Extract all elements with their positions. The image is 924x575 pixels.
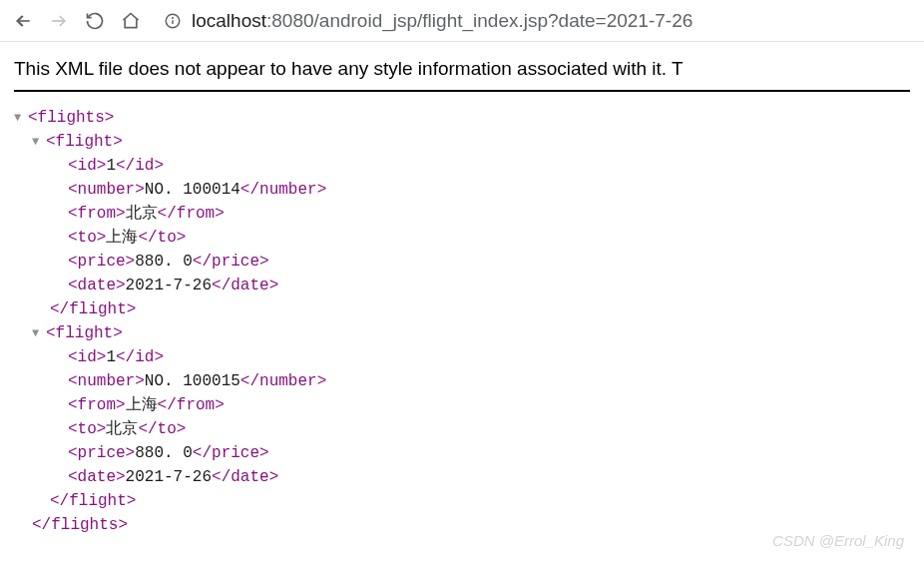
xml-flight-open[interactable]: ▼<flight> bbox=[14, 321, 910, 345]
xml-flight-open[interactable]: ▼<flight> bbox=[14, 130, 910, 154]
xml-flight-close: </flight> bbox=[14, 297, 910, 321]
xml-price: <price>880. 0</price> bbox=[14, 250, 910, 274]
caret-down-icon[interactable]: ▼ bbox=[32, 133, 46, 151]
xml-date: <date>2021-7-26</date> bbox=[14, 274, 910, 297]
caret-down-icon[interactable]: ▼ bbox=[32, 324, 46, 342]
url-host: localhost bbox=[192, 10, 266, 31]
xml-price: <price>880. 0</price> bbox=[14, 441, 910, 465]
page-content: This XML file does not appear to have an… bbox=[0, 42, 924, 553]
xml-from: <from>上海</from> bbox=[14, 393, 910, 417]
caret-down-icon[interactable]: ▼ bbox=[14, 109, 28, 127]
xml-number: <number>NO. 100015</number> bbox=[14, 369, 910, 393]
xml-date: <date>2021-7-26</date> bbox=[14, 465, 910, 489]
browser-toolbar: localhost:8080/android_jsp/flight_index.… bbox=[0, 0, 924, 42]
info-icon bbox=[164, 12, 182, 30]
forward-button[interactable] bbox=[48, 10, 70, 32]
svg-point-4 bbox=[173, 17, 174, 18]
xml-no-style-banner: This XML file does not appear to have an… bbox=[14, 58, 910, 92]
xml-id: <id>1</id> bbox=[14, 345, 910, 369]
xml-id: <id>1</id> bbox=[14, 154, 910, 178]
watermark: CSDN @Errol_King bbox=[772, 532, 904, 549]
url-text: localhost:8080/android_jsp/flight_index.… bbox=[192, 10, 693, 32]
xml-tree: ▼<flights> ▼<flight> <id>1</id> <number>… bbox=[14, 106, 910, 537]
url-path: :8080/android_jsp/flight_index.jsp?date=… bbox=[266, 10, 693, 31]
arrow-left-icon bbox=[13, 11, 33, 31]
back-button[interactable] bbox=[12, 10, 34, 32]
home-icon bbox=[121, 11, 141, 31]
xml-from: <from>北京</from> bbox=[14, 202, 910, 226]
xml-to: <to>上海</to> bbox=[14, 226, 910, 250]
home-button[interactable] bbox=[120, 10, 142, 32]
address-bar[interactable]: localhost:8080/android_jsp/flight_index.… bbox=[156, 10, 912, 32]
xml-to: <to>北京</to> bbox=[14, 417, 910, 441]
xml-number: <number>NO. 100014</number> bbox=[14, 178, 910, 202]
reload-button[interactable] bbox=[84, 10, 106, 32]
reload-icon bbox=[85, 11, 105, 31]
arrow-right-icon bbox=[49, 11, 69, 31]
xml-flight-close: </flight> bbox=[14, 489, 910, 513]
xml-root-open[interactable]: ▼<flights> bbox=[14, 106, 910, 130]
